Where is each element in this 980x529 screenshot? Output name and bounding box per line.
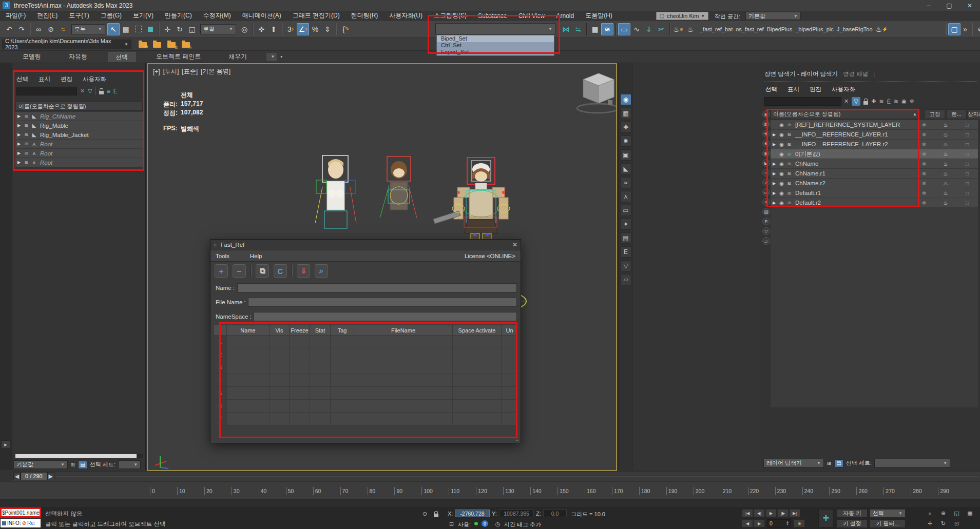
search-input[interactable] (16, 87, 77, 95)
named-set-option-2[interactable]: Export_Set (437, 49, 554, 55)
duplicate-button[interactable]: ⧉ (256, 264, 269, 278)
display-all-icon[interactable]: ◉ (620, 94, 631, 105)
cameras-filter-icon[interactable]: ▣ (762, 149, 770, 157)
selection-set-dropdown[interactable]: ▼ (118, 460, 141, 469)
bones-filter-icon[interactable]: ⋏ (762, 179, 770, 186)
layers-stack-icon[interactable]: ≋ (974, 23, 980, 35)
name-column-header[interactable]: 이름(오름차순으로 정렬됨) (15, 102, 143, 111)
add-time-tag[interactable]: 시간 태그 추가 (504, 521, 541, 528)
display-toggle-icon[interactable]: ▢ (948, 23, 960, 35)
search-button[interactable]: ⌕ (315, 264, 328, 278)
filter-panel-icon[interactable]: ▽ (762, 227, 770, 235)
render-icon[interactable]: ♨ (935, 151, 956, 157)
display-all-icon[interactable]: ◉ (762, 110, 770, 118)
zoom-extents-all-icon[interactable]: ▦ (966, 510, 974, 517)
table-header-3[interactable]: Freeze (290, 325, 310, 336)
table-header-1[interactable]: Name (227, 325, 270, 336)
ruler-tick-250[interactable]: 250 (829, 487, 856, 495)
right-menu-3[interactable]: 사용자화 (832, 86, 855, 93)
render-icon[interactable]: ♨ (935, 142, 956, 147)
explorer-mode-icon[interactable]: ▤ (834, 459, 843, 467)
expand-panel-button[interactable]: ▸ (1, 440, 10, 448)
eye-icon[interactable]: ◉ (778, 132, 785, 138)
menu-5[interactable]: 만들기(C) (159, 11, 198, 20)
box-mode-icon[interactable]: □ (956, 200, 978, 206)
project-structure-icon[interactable]: Ė (167, 42, 176, 48)
left-row-0[interactable]: ▶≋◣Rig_ChName (15, 112, 143, 121)
key-prev-button[interactable]: ◀ (742, 519, 753, 527)
selection-lock-icon[interactable] (434, 514, 438, 517)
pan-icon[interactable]: ✛ (926, 520, 934, 527)
dialog-menu-1[interactable]: Help (250, 253, 262, 259)
freeze-category-icon[interactable]: ❄ (910, 98, 914, 105)
z-coordinate-field[interactable]: 0.0 (543, 510, 567, 517)
percent-snap-icon[interactable]: % (309, 23, 321, 35)
left-row-1[interactable]: ▶≋◣Rig_Mable (15, 121, 143, 130)
rectangular-selection-icon[interactable] (132, 23, 144, 35)
degradation-icon[interactable]: ⊡ (448, 520, 455, 528)
next-frame-arrow[interactable]: ▶ (47, 472, 54, 480)
freeze-icon[interactable]: ❄ (913, 122, 935, 128)
reference-coordinate-dropdown[interactable]: 로컬▼ (200, 24, 236, 34)
display-panel-icon[interactable]: ▤ (620, 232, 631, 244)
ribbon-tab-3[interactable]: 오브젝트 페인트 (149, 52, 208, 62)
render-icon[interactable]: ♨ (935, 200, 956, 206)
go-to-start-button[interactable]: |◀ (742, 509, 753, 517)
freeze-icon[interactable]: ❄ (913, 151, 935, 157)
add-to-layer-icon[interactable]: ≋ (879, 98, 883, 105)
table-header-2[interactable]: Vis (270, 325, 290, 336)
menu-1[interactable]: 편집(E) (31, 11, 63, 20)
ruler-tick-0[interactable]: 0 (150, 487, 177, 495)
close-icon[interactable]: ✕ (512, 241, 517, 248)
curve-editor-icon[interactable]: ∿ (630, 23, 643, 35)
layers-icon[interactable]: ≋ (70, 461, 75, 468)
menu-13[interactable]: Civil View (513, 11, 551, 20)
ruler-tick-160[interactable]: 160 (585, 487, 612, 495)
viewport-label-part-3[interactable]: [기본 음영] (201, 67, 230, 76)
tab-command-panel[interactable]: 명령 패널 (843, 70, 868, 78)
ruler-tick-290[interactable]: 290 (938, 487, 965, 495)
selected-dropdown[interactable]: 선택▼ (870, 509, 906, 518)
ribbon-tab-0[interactable]: 모델링 (15, 52, 48, 62)
resize-grip[interactable]: .: (515, 436, 518, 442)
nest-layer-icon[interactable]: Ė (113, 88, 118, 95)
namespace-field[interactable] (254, 312, 517, 321)
box-mode-icon[interactable]: □ (956, 171, 978, 177)
eye-icon[interactable]: ◉ (778, 171, 785, 177)
menu-6[interactable]: 수정자(M) (198, 11, 237, 20)
expand-arrow-icon[interactable]: ▶ (771, 171, 778, 176)
workspace-dropdown[interactable]: 기본값▼ (745, 12, 801, 20)
layer-row-0[interactable]: ◉≋[REF]_REFRERNCE_SYSTEM_LAYER❄♨□ (771, 120, 978, 130)
script-button-1[interactable]: os_fast_ref (736, 26, 763, 32)
lights-filter-icon[interactable]: ✸ (620, 135, 631, 147)
script-button-2[interactable]: BipedPlus (767, 26, 793, 32)
box-mode-icon[interactable]: □ (956, 181, 978, 186)
box-mode-icon[interactable]: □ (956, 132, 978, 138)
expand-arrow-icon[interactable]: ▶ (15, 132, 23, 137)
render-icon[interactable]: ♨ (935, 171, 956, 177)
ruler-tick-190[interactable]: 190 (666, 487, 694, 495)
dialog-menu-0[interactable]: Tools (216, 253, 229, 259)
unlink-selection-icon[interactable]: ⊘ (45, 23, 57, 35)
set-key-button[interactable]: 키 설정 (837, 519, 868, 528)
collect-button[interactable]: C (274, 264, 287, 278)
render-icon[interactable]: ♨ (935, 132, 956, 138)
ruler-tick-270[interactable]: 270 (883, 487, 911, 495)
menu-12[interactable]: Substance (472, 11, 513, 20)
track-bar[interactable]: 0102030405060708090100110120130140150160… (0, 482, 980, 500)
selection-filter-dropdown[interactable]: 모두▼ (71, 24, 105, 34)
eye-icon[interactable]: ◉ (778, 161, 785, 167)
ruler-tick-170[interactable]: 170 (612, 487, 639, 495)
layer-row-5[interactable]: ▶◉≋ChName.r1❄♨□ (771, 169, 978, 179)
select-and-rotate-icon[interactable]: ↻ (174, 23, 186, 35)
clear-search-icon[interactable]: ✕ (80, 88, 85, 94)
eye-icon[interactable]: ◉ (778, 200, 785, 206)
overflow-chevron[interactable]: » (960, 23, 970, 35)
project-open-icon[interactable] (153, 42, 161, 48)
search-input[interactable] (764, 97, 841, 106)
freeze-icon[interactable]: ❄ (913, 200, 935, 206)
ruler-tick-230[interactable]: 230 (775, 487, 802, 495)
left-row-3[interactable]: ▶≋⋏Root (15, 140, 143, 149)
filter-icon[interactable]: ▽ (88, 88, 92, 94)
freeze-icon[interactable]: ❄ (913, 132, 935, 138)
